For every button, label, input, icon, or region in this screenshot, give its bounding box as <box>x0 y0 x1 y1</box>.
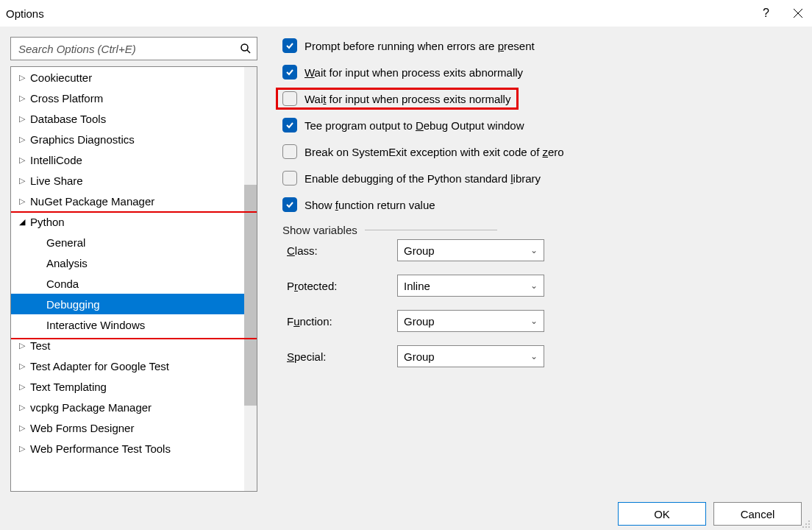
checkbox-label: Prompt before running when errors are pr… <box>304 40 535 52</box>
chevron-right-icon[interactable]: ▷ <box>17 197 27 206</box>
svg-point-2 <box>241 44 248 51</box>
checkbox-row[interactable]: Wait for input when process exits normal… <box>279 91 515 106</box>
chevron-down-icon[interactable]: ◢ <box>17 217 27 227</box>
checkbox[interactable] <box>282 65 297 80</box>
tree-item-label: Test <box>30 339 51 352</box>
cancel-button[interactable]: Cancel <box>713 502 802 526</box>
tree-item-label: General <box>46 236 85 249</box>
chevron-right-icon[interactable]: ▷ <box>17 444 27 453</box>
show-variables-heading: Show variables <box>282 224 802 236</box>
svg-point-6 <box>808 523 810 525</box>
tree-item-debugging[interactable]: Debugging <box>11 294 257 314</box>
checkbox-row[interactable]: Show function return value <box>282 197 802 212</box>
var-select[interactable]: Inline⌄ <box>397 275 544 297</box>
tree-item-cross-platform[interactable]: ▷Cross Platform <box>11 88 257 108</box>
checkbox-row[interactable]: Wait for input when process exits abnorm… <box>282 65 802 80</box>
tree-item-interactive-windows[interactable]: Interactive Windows <box>11 314 257 335</box>
var-row: Class:Group⌄ <box>282 239 802 261</box>
checkbox-row[interactable]: Prompt before running when errors are pr… <box>282 38 802 53</box>
tree-item-graphics-diagnostics[interactable]: ▷Graphics Diagnostics <box>11 129 257 149</box>
tree-item-label: Cross Platform <box>30 92 103 105</box>
chevron-down-icon: ⌄ <box>530 280 538 291</box>
tree-item-cookiecutter[interactable]: ▷Cookiecutter <box>11 67 257 88</box>
checkbox-row[interactable]: Tee program output to Debug Output windo… <box>282 118 802 132</box>
scrollbar[interactable] <box>244 67 257 491</box>
resize-grip-icon[interactable] <box>800 518 811 529</box>
tree-item-test-adapter-for-google-test[interactable]: ▷Test Adapter for Google Test <box>11 356 257 376</box>
var-label: Special: <box>287 350 397 363</box>
tree-item-python[interactable]: ◢Python <box>11 211 257 232</box>
tree-item-text-templating[interactable]: ▷Text Templating <box>11 376 257 397</box>
svg-point-9 <box>808 526 810 528</box>
chevron-right-icon[interactable]: ▷ <box>17 361 27 371</box>
tree-item-database-tools[interactable]: ▷Database Tools <box>11 108 257 129</box>
checkbox[interactable] <box>282 144 297 159</box>
checkbox[interactable] <box>282 197 297 212</box>
checkbox[interactable] <box>282 91 297 106</box>
chevron-right-icon[interactable]: ▷ <box>17 382 27 392</box>
select-value: Inline <box>404 280 430 292</box>
search-icon <box>235 43 257 54</box>
tree-item-vcpkg-package-manager[interactable]: ▷vcpkg Package Manager <box>11 397 257 417</box>
tree-item-label: Analysis <box>46 257 88 269</box>
chevron-right-icon[interactable]: ▷ <box>17 403 27 412</box>
tree-item-label: Graphics Diagnostics <box>30 133 135 146</box>
checkbox-row[interactable]: Break on SystemExit exception with exit … <box>282 144 802 159</box>
svg-point-8 <box>805 526 807 528</box>
tree-item-web-performance-test-tools[interactable]: ▷Web Performance Test Tools <box>11 438 257 459</box>
tree-item-label: IntelliCode <box>30 154 82 166</box>
chevron-right-icon[interactable]: ▷ <box>17 423 27 433</box>
tree-item-general[interactable]: General <box>11 232 257 252</box>
dialog-title: Options <box>6 7 44 20</box>
chevron-right-icon[interactable]: ▷ <box>17 114 27 124</box>
checkbox[interactable] <box>282 118 297 132</box>
svg-point-7 <box>802 526 804 528</box>
var-label: Class: <box>287 244 397 257</box>
checkbox-label: Wait for input when process exits normal… <box>304 93 510 105</box>
chevron-right-icon[interactable]: ▷ <box>17 135 27 144</box>
tree-item-label: Test Adapter for Google Test <box>30 360 169 372</box>
select-value: Group <box>404 350 435 363</box>
checkbox[interactable] <box>282 38 297 53</box>
checkbox-row[interactable]: Enable debugging of the Python standard … <box>282 171 802 186</box>
checkbox-label: Enable debugging of the Python standard … <box>304 172 541 185</box>
tree-item-label: Live Share <box>30 174 83 187</box>
tree-item-live-share[interactable]: ▷Live Share <box>11 170 257 191</box>
title-bar: Options ? <box>0 0 812 26</box>
tree-item-analysis[interactable]: Analysis <box>11 252 257 273</box>
tree-item-web-forms-designer[interactable]: ▷Web Forms Designer <box>11 417 257 438</box>
checkbox-label: Wait for input when process exits abnorm… <box>304 66 523 79</box>
var-row: Function:Group⌄ <box>282 310 802 332</box>
close-icon[interactable] <box>793 8 803 18</box>
chevron-right-icon[interactable]: ▷ <box>17 176 27 186</box>
var-select[interactable]: Group⌄ <box>397 345 544 367</box>
chevron-down-icon: ⌄ <box>530 316 538 326</box>
tree-item-test[interactable]: ▷Test <box>11 335 257 356</box>
tree-item-label: NuGet Package Manager <box>30 195 154 208</box>
chevron-right-icon[interactable]: ▷ <box>17 341 27 350</box>
search-input[interactable] <box>11 43 235 55</box>
help-icon[interactable]: ? <box>763 7 769 20</box>
search-box[interactable] <box>10 37 257 60</box>
chevron-right-icon[interactable]: ▷ <box>17 155 27 165</box>
tree-item-conda[interactable]: Conda <box>11 273 257 294</box>
tree-item-label: Database Tools <box>30 113 106 125</box>
var-label: Function: <box>287 315 397 328</box>
chevron-right-icon[interactable]: ▷ <box>17 73 27 82</box>
chevron-right-icon[interactable]: ▷ <box>17 93 27 103</box>
scrollbar-thumb[interactable] <box>244 185 257 406</box>
ok-button[interactable]: OK <box>618 502 706 526</box>
checkbox-label: Show function return value <box>304 199 435 211</box>
var-select[interactable]: Group⌄ <box>397 239 544 261</box>
tree-item-intellicode[interactable]: ▷IntelliCode <box>11 149 257 170</box>
tree-item-label: vcpkg Package Manager <box>30 401 152 414</box>
var-row: Protected:Inline⌄ <box>282 275 802 297</box>
checkbox-label: Break on SystemExit exception with exit … <box>304 146 564 158</box>
var-row: Special:Group⌄ <box>282 345 802 367</box>
tree-item-nuget-package-manager[interactable]: ▷NuGet Package Manager <box>11 191 257 211</box>
var-select[interactable]: Group⌄ <box>397 310 544 332</box>
checkbox[interactable] <box>282 171 297 186</box>
tree-item-label: Conda <box>46 278 79 290</box>
chevron-down-icon: ⌄ <box>530 351 538 361</box>
checkbox-label: Tee program output to Debug Output windo… <box>304 119 524 132</box>
